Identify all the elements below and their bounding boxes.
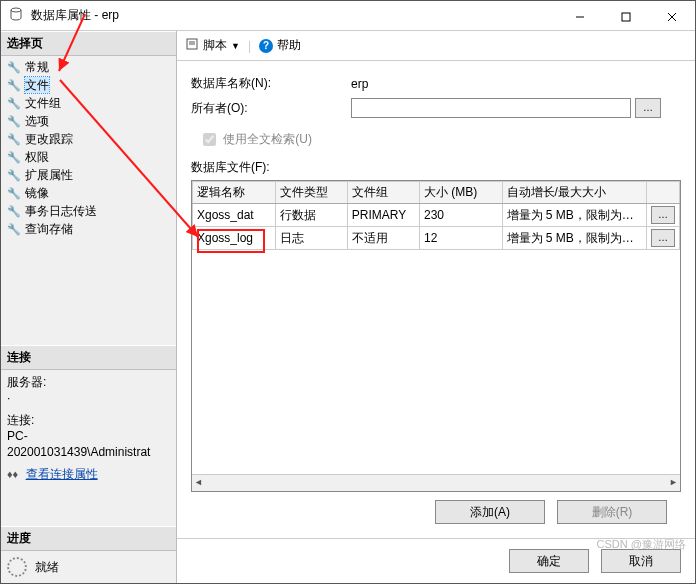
db-name-value: erp [351, 77, 681, 91]
col-header[interactable]: 自动增长/最大大小 [502, 182, 646, 204]
server-value: · [7, 390, 170, 406]
sidebar-item-label: 常规 [25, 59, 49, 75]
owner-input[interactable] [351, 98, 631, 118]
sidebar-item-label: 文件 [25, 77, 49, 93]
sidebar-item-0[interactable]: 🔧常规 [1, 58, 176, 76]
wrench-icon: 🔧 [7, 77, 21, 93]
sidebar-item-7[interactable]: 🔧镜像 [1, 184, 176, 202]
table-row[interactable]: Xgoss_log日志不适用12增量为 5 MB，限制为…… [193, 227, 680, 250]
svg-point-0 [11, 8, 21, 12]
owner-label: 所有者(O): [191, 100, 351, 117]
conn-label: 连接: [7, 412, 170, 428]
col-header[interactable]: 文件组 [347, 182, 419, 204]
view-connection-props-link[interactable]: 查看连接属性 [26, 467, 98, 481]
col-header[interactable]: 大小 (MB) [419, 182, 502, 204]
minimize-button[interactable] [557, 1, 603, 31]
wrench-icon: 🔧 [7, 203, 21, 219]
sidebar-item-3[interactable]: 🔧选项 [1, 112, 176, 130]
cell[interactable]: Xgoss_log [193, 227, 276, 250]
wrench-icon: 🔧 [7, 131, 21, 147]
section-select-page: 选择页 [1, 31, 176, 56]
server-label: 服务器: [7, 374, 170, 390]
col-header[interactable] [646, 182, 679, 204]
sidebar-item-4[interactable]: 🔧更改跟踪 [1, 130, 176, 148]
wrench-icon: 🔧 [7, 167, 21, 183]
help-icon: ? [259, 39, 273, 53]
sidebar-item-label: 查询存储 [25, 221, 73, 237]
watermark: CSDN @豫游网络 [597, 537, 686, 552]
db-name-label: 数据库名称(N): [191, 75, 351, 92]
cell[interactable]: PRIMARY [347, 204, 419, 227]
files-grid[interactable]: 逻辑名称文件类型文件组大小 (MB)自动增长/最大大小Xgoss_dat行数据P… [191, 180, 681, 492]
connection-props-icon: ♦♦ [7, 468, 18, 480]
cell[interactable]: 日志 [275, 227, 347, 250]
sidebar-item-label: 镜像 [25, 185, 49, 201]
sidebar-item-2[interactable]: 🔧文件组 [1, 94, 176, 112]
sidebar-item-5[interactable]: 🔧权限 [1, 148, 176, 166]
script-button[interactable]: 脚本 [203, 37, 227, 54]
svg-rect-2 [622, 13, 630, 21]
sidebar-item-8[interactable]: 🔧事务日志传送 [1, 202, 176, 220]
sidebar-item-label: 事务日志传送 [25, 203, 97, 219]
files-label: 数据库文件(F): [191, 159, 681, 176]
cell[interactable]: 230 [419, 204, 502, 227]
col-header[interactable]: 逻辑名称 [193, 182, 276, 204]
cell[interactable]: 增量为 5 MB，限制为… [502, 227, 646, 250]
col-header[interactable]: 文件类型 [275, 182, 347, 204]
maximize-button[interactable] [603, 1, 649, 31]
fulltext-checkbox [203, 133, 216, 146]
sidebar-item-9[interactable]: 🔧查询存储 [1, 220, 176, 238]
cell[interactable]: 增量为 5 MB，限制为… [502, 204, 646, 227]
grid-scrollbar[interactable] [192, 474, 680, 491]
window-title: 数据库属性 - erp [31, 7, 557, 24]
sidebar-item-6[interactable]: 🔧扩展属性 [1, 166, 176, 184]
sidebar-item-label: 文件组 [25, 95, 61, 111]
sidebar-item-label: 权限 [25, 149, 49, 165]
wrench-icon: 🔧 [7, 95, 21, 111]
help-button[interactable]: 帮助 [277, 37, 301, 54]
autogrowth-browse-button[interactable]: … [651, 229, 675, 247]
wrench-icon: 🔧 [7, 113, 21, 129]
cell[interactable]: 不适用 [347, 227, 419, 250]
sidebar-item-label: 更改跟踪 [25, 131, 73, 147]
sidebar-item-label: 扩展属性 [25, 167, 73, 183]
close-button[interactable] [649, 1, 695, 31]
wrench-icon: 🔧 [7, 149, 21, 165]
sidebar-item-1[interactable]: 🔧文件 [1, 76, 176, 94]
cancel-button[interactable]: 取消 [601, 549, 681, 573]
wrench-icon: 🔧 [7, 59, 21, 75]
db-icon [9, 7, 25, 24]
cell[interactable]: Xgoss_dat [193, 204, 276, 227]
cell[interactable]: 行数据 [275, 204, 347, 227]
section-connection: 连接 [1, 345, 176, 370]
progress-status: 就绪 [35, 559, 59, 576]
section-progress: 进度 [1, 526, 176, 551]
ok-button[interactable]: 确定 [509, 549, 589, 573]
sidebar-item-label: 选项 [25, 113, 49, 129]
spinner-icon [7, 557, 27, 577]
fulltext-label: 使用全文检索(U) [223, 132, 312, 146]
dropdown-icon[interactable]: ▼ [231, 41, 240, 51]
table-row[interactable]: Xgoss_dat行数据PRIMARY230增量为 5 MB，限制为…… [193, 204, 680, 227]
wrench-icon: 🔧 [7, 221, 21, 237]
cell[interactable]: 12 [419, 227, 502, 250]
wrench-icon: 🔧 [7, 185, 21, 201]
add-button[interactable]: 添加(A) [435, 500, 545, 524]
conn-value: PC-202001031439\Administrat [7, 428, 170, 460]
remove-button[interactable]: 删除(R) [557, 500, 667, 524]
owner-browse-button[interactable]: … [635, 98, 661, 118]
autogrowth-browse-button[interactable]: … [651, 206, 675, 224]
script-icon [185, 37, 199, 54]
